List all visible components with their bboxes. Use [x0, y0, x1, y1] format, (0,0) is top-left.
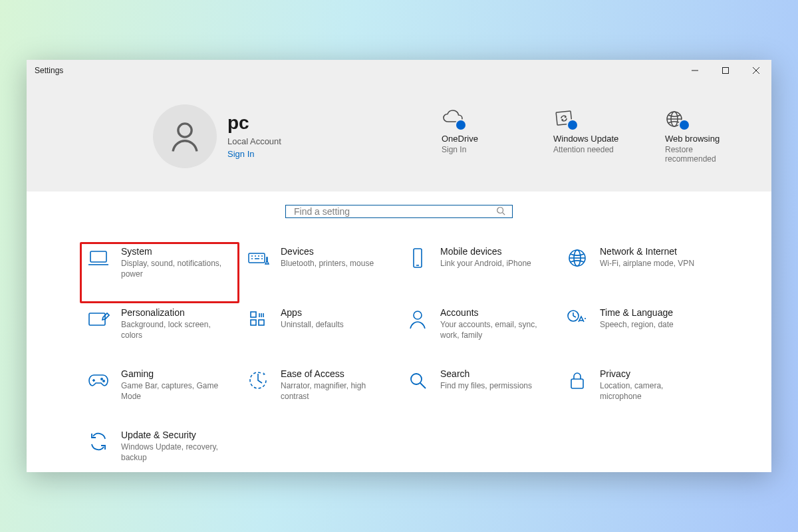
status-web-browsing[interactable]: Web browsing Restore recommended: [665, 110, 745, 164]
category-title: Gaming: [121, 368, 227, 379]
svg-rect-11: [90, 251, 106, 262]
category-desc: Bluetooth, printers, mouse: [281, 258, 374, 269]
search-icon: [496, 206, 505, 217]
category-time-language[interactable]: Time & Language Speech, region, date: [559, 303, 718, 364]
status-dot: [678, 119, 690, 131]
category-network[interactable]: Network & Internet Wi-Fi, airplane mode,…: [559, 242, 718, 303]
category-desc: Your accounts, email, sync, work, family: [440, 319, 547, 340]
category-title: Accounts: [440, 307, 547, 318]
username: pc: [227, 114, 281, 132]
search-input[interactable]: [293, 205, 491, 217]
header-status-items: OneDrive Sign In Windows Update Attentio…: [442, 110, 745, 164]
category-privacy[interactable]: Privacy Location, camera, microphone: [559, 364, 718, 426]
category-title: Apps: [281, 307, 344, 318]
ease-of-access-icon: [246, 368, 270, 392]
apps-icon: [246, 307, 270, 331]
svg-rect-29: [259, 320, 264, 325]
svg-point-39: [101, 378, 102, 380]
cloud-icon: [442, 110, 466, 130]
category-gaming[interactable]: Gaming Game Bar, captures, Game Mode: [80, 364, 239, 426]
svg-point-41: [411, 374, 422, 384]
svg-line-36: [573, 316, 576, 317]
category-title: Search: [440, 368, 532, 379]
svg-point-9: [497, 207, 503, 213]
minimize-button[interactable]: [680, 60, 710, 81]
keyboard-icon: [246, 246, 270, 270]
network-globe-icon: [565, 246, 589, 270]
privacy-icon: [565, 368, 589, 392]
status-sub: Sign In: [442, 145, 466, 154]
svg-point-33: [414, 311, 422, 319]
category-personalization[interactable]: Personalization Background, lock screen,…: [80, 303, 239, 364]
window-title: Settings: [35, 66, 63, 75]
svg-line-10: [503, 212, 505, 215]
svg-rect-13: [249, 253, 265, 263]
svg-point-40: [103, 380, 104, 382]
avatar[interactable]: [153, 104, 217, 168]
category-desc: Link your Android, iPhone: [440, 258, 531, 269]
close-button[interactable]: [741, 60, 771, 81]
search-box[interactable]: [285, 205, 513, 218]
status-title: Web browsing: [665, 134, 720, 144]
maximize-icon: [722, 67, 729, 74]
svg-rect-28: [251, 320, 256, 325]
svg-rect-27: [251, 312, 256, 317]
category-title: Devices: [281, 246, 374, 257]
category-title: Mobile devices: [440, 246, 531, 257]
category-desc: Find my files, permissions: [440, 380, 532, 391]
laptop-icon: [86, 246, 110, 270]
status-title: Windows Update: [553, 134, 618, 144]
titlebar: Settings: [27, 60, 771, 81]
update-security-icon: [86, 430, 110, 454]
search-category-icon: [406, 368, 430, 392]
personalization-icon: [86, 307, 110, 331]
close-icon: [753, 67, 759, 74]
content-area: System Display, sound, notifications, po…: [27, 192, 771, 472]
category-update-security[interactable]: Update & Security Windows Update, recove…: [80, 426, 239, 472]
account-type: Local Account: [227, 136, 281, 146]
svg-point-4: [178, 124, 192, 137]
category-desc: Uninstall, defaults: [281, 319, 344, 330]
phone-icon: [406, 246, 430, 270]
category-title: Personalization: [121, 307, 227, 318]
gaming-icon: [86, 368, 110, 392]
status-dot: [567, 119, 579, 131]
status-dot: [455, 119, 467, 131]
status-sub: Attention needed: [553, 145, 614, 154]
sign-in-link[interactable]: Sign In: [227, 149, 281, 159]
category-title: Time & Language: [600, 307, 674, 318]
categories-grid: System Display, sound, notifications, po…: [80, 242, 718, 472]
category-desc: Speech, region, date: [600, 319, 674, 330]
category-mobile-devices[interactable]: Mobile devices Link your Android, iPhone: [399, 242, 559, 303]
category-ease-of-access[interactable]: Ease of Access Narrator, magnifier, high…: [239, 364, 399, 426]
category-title: Privacy: [600, 368, 706, 379]
minimize-icon: [692, 67, 698, 74]
category-desc: Narrator, magnifier, high contrast: [281, 380, 387, 402]
category-title: Ease of Access: [281, 368, 387, 379]
window-controls: [680, 60, 771, 81]
svg-rect-1: [723, 68, 729, 74]
update-icon: [553, 110, 577, 130]
maximize-button[interactable]: [710, 60, 741, 81]
category-desc: Background, lock screen, colors: [121, 319, 227, 340]
category-desc: Display, sound, notifications, power: [121, 258, 227, 279]
category-search[interactable]: Search Find my files, permissions: [399, 364, 559, 426]
status-windows-update[interactable]: Windows Update Attention needed: [553, 110, 633, 164]
user-block: pc Local Account Sign In: [227, 114, 281, 159]
category-system[interactable]: System Display, sound, notifications, po…: [80, 242, 239, 303]
category-accounts[interactable]: Accounts Your accounts, email, sync, wor…: [399, 303, 559, 364]
status-title: OneDrive: [442, 134, 478, 144]
status-sub: Restore recommended: [665, 145, 745, 164]
category-desc: Wi-Fi, airplane mode, VPN: [600, 258, 694, 269]
svg-rect-43: [571, 379, 583, 388]
account-header: pc Local Account Sign In OneDrive Sign I…: [27, 81, 771, 192]
svg-line-42: [420, 383, 426, 388]
category-devices[interactable]: Devices Bluetooth, printers, mouse: [239, 242, 399, 303]
globe-icon: [665, 110, 689, 130]
accounts-icon: [406, 307, 430, 331]
category-title: Network & Internet: [600, 246, 694, 257]
person-icon: [167, 118, 203, 154]
status-onedrive[interactable]: OneDrive Sign In: [442, 110, 521, 164]
category-apps[interactable]: Apps Uninstall, defaults: [239, 303, 399, 364]
category-title: System: [121, 246, 227, 257]
